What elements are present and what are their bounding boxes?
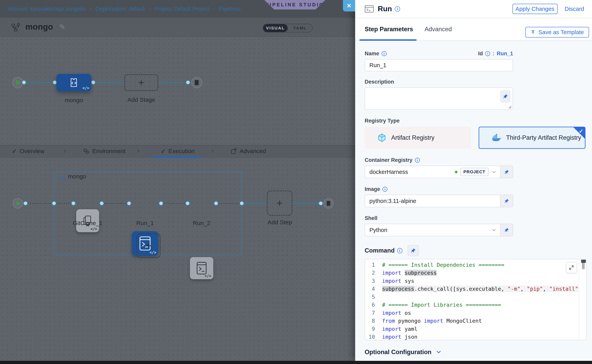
pin-input-type-button[interactable] xyxy=(500,91,510,102)
collapse-group-icon[interactable] xyxy=(60,177,65,179)
step-node-run-2[interactable]: </> xyxy=(190,257,213,279)
check-icon: ✓ xyxy=(161,148,166,155)
step-label: Run_2 xyxy=(182,220,222,227)
tab-overview[interactable]: ✓ Overview xyxy=(12,145,44,157)
connector-line xyxy=(293,203,318,204)
code-badge-icon: </> xyxy=(82,86,89,90)
connector-line xyxy=(244,203,267,204)
command-code-editor[interactable]: 1# ====== Install Dependencies ========2… xyxy=(365,259,587,340)
code-line: 10import json xyxy=(365,333,578,340)
tab-label: Advanced xyxy=(240,148,266,155)
registry-option-third-party[interactable]: Third-Party Artifact Registry ✓ xyxy=(479,127,585,149)
image-label-row: Image i xyxy=(365,186,592,192)
chevron-down-icon xyxy=(436,349,441,355)
shell-value: Python xyxy=(370,227,387,233)
name-input[interactable] xyxy=(365,59,513,71)
pin-input-type-button[interactable] xyxy=(500,195,513,207)
add-stage-label: Add Stage xyxy=(121,97,161,103)
info-icon[interactable]: i xyxy=(383,187,387,192)
active-tab-underline xyxy=(359,39,417,41)
toggle-yaml[interactable]: YAML xyxy=(288,24,312,32)
breadcrumb-pipelines[interactable]: Pipelines xyxy=(219,6,241,12)
close-drawer-button[interactable]: × xyxy=(343,0,355,12)
pin-input-type-button[interactable] xyxy=(408,245,419,256)
container-registry-field[interactable]: dockerHarness PROJECT xyxy=(365,166,513,178)
edit-pipeline-icon[interactable]: ✎ xyxy=(59,23,65,31)
stage-node-mongo[interactable]: </> xyxy=(56,74,91,91)
play-icon xyxy=(16,80,20,85)
chevron-right-icon: › xyxy=(137,147,139,155)
code-line: 7import os xyxy=(365,309,578,317)
node-port xyxy=(91,80,96,85)
info-icon[interactable]: i xyxy=(395,6,400,12)
image-label: Image xyxy=(365,186,380,192)
tab-advanced[interactable]: Advanced xyxy=(230,145,266,157)
play-icon xyxy=(17,201,20,206)
tab-environment[interactable]: Environment xyxy=(83,145,125,157)
panel-tabs: Step Parameters Advanced Save as Templat… xyxy=(355,18,592,41)
optional-configuration-label: Optional Configuration xyxy=(365,349,431,356)
add-stage-button[interactable]: + xyxy=(124,74,158,91)
registry-option-label: Artifact Registry xyxy=(391,134,435,141)
image-field[interactable]: python:3.11-alpine xyxy=(365,195,513,207)
tab-advanced-panel[interactable]: Advanced xyxy=(425,26,452,33)
dotted-connector xyxy=(28,203,71,204)
id-value: Run_1 xyxy=(497,51,513,57)
node-port xyxy=(214,201,219,206)
check-icon: ✓ xyxy=(12,148,17,155)
node-port xyxy=(185,201,190,206)
breadcrumb: Account: kurosakiichigo.songoku › Organi… xyxy=(8,0,241,18)
connector-line xyxy=(158,82,186,83)
info-icon[interactable]: i xyxy=(382,51,387,56)
resize-handle-icon[interactable] xyxy=(508,105,511,109)
editor-scrollbar-thumb[interactable] xyxy=(582,263,585,269)
code-line: 8from pymongo import MongoClient xyxy=(365,317,578,325)
step-label: Run_1 xyxy=(125,220,165,227)
chevron-down-icon[interactable] xyxy=(492,228,497,232)
add-step-button[interactable]: + xyxy=(267,190,292,216)
registry-type-options: Artifact Registry Third-Party Artifact R… xyxy=(365,127,592,149)
tab-step-parameters[interactable]: Step Parameters xyxy=(365,26,413,33)
container-registry-value: dockerHarness xyxy=(370,169,408,175)
dotted-connector xyxy=(219,203,239,204)
expand-editor-button[interactable] xyxy=(566,262,577,273)
save-as-template-label: Save as Template xyxy=(538,29,584,36)
name-id-row: Name i Id i : Run_1 xyxy=(365,51,513,57)
code-line: 5 xyxy=(365,293,578,301)
pin-input-type-button[interactable] xyxy=(500,166,513,178)
code-line: 6# ====== Import Libraries =========== xyxy=(365,301,578,309)
breadcrumb-account[interactable]: Account: kurosakiichigo.songoku xyxy=(8,6,86,12)
info-icon[interactable]: i xyxy=(397,248,403,253)
info-icon[interactable]: i xyxy=(485,51,490,56)
registry-option-artifact[interactable]: Artifact Registry xyxy=(365,127,471,149)
pin-input-type-button[interactable] xyxy=(500,224,513,236)
chevron-down-icon[interactable] xyxy=(492,169,497,174)
tab-execution[interactable]: ✓ Execution xyxy=(161,145,195,157)
info-icon[interactable]: i xyxy=(415,158,420,163)
tab-label: Environment xyxy=(92,148,125,155)
step-parameters-form: Name i Id i : Run_1 Description xyxy=(355,41,592,361)
upload-icon xyxy=(531,30,536,35)
save-as-template-button[interactable]: Save as Template xyxy=(525,27,589,38)
code-line: 1# ====== Install Dependencies ======== xyxy=(365,261,578,269)
toggle-visual[interactable]: VISUAL xyxy=(263,24,288,32)
execution-end-node xyxy=(323,198,334,208)
editor-scrollbar-dark[interactable] xyxy=(581,260,586,263)
command-label: Command i xyxy=(365,247,403,254)
execution-start-node xyxy=(13,198,23,208)
add-step-below-button[interactable]: + xyxy=(136,233,161,258)
node-port xyxy=(99,201,104,206)
breadcrumb-project[interactable]: Project: Default Project xyxy=(155,6,209,12)
discard-button[interactable]: Discard xyxy=(565,6,584,12)
breadcrumb-organization[interactable]: Organization: default xyxy=(95,6,145,12)
node-port xyxy=(318,201,323,206)
shell-select[interactable]: Python xyxy=(365,224,513,236)
code-line: 3import sys xyxy=(365,277,578,285)
description-label: Description xyxy=(365,79,592,85)
optional-configuration-toggle[interactable]: Optional Configuration xyxy=(365,349,592,356)
description-textarea[interactable] xyxy=(365,87,513,110)
image-value: python:3.11-alpine xyxy=(370,198,416,204)
code-line: 9import yaml xyxy=(365,325,578,333)
check-icon: ✓ xyxy=(579,128,583,134)
apply-changes-button[interactable]: Apply Changes xyxy=(512,4,558,14)
